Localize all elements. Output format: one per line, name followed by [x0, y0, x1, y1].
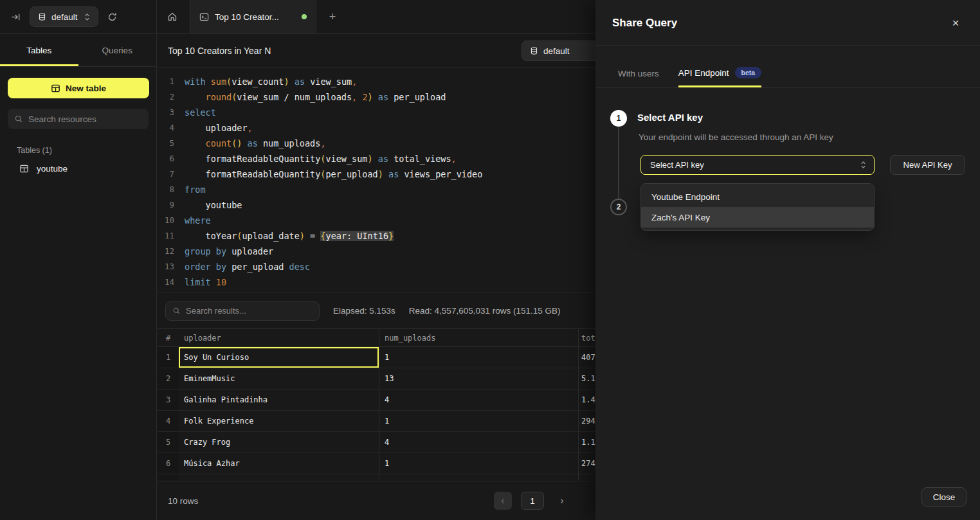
cell[interactable]: 407 [579, 347, 595, 368]
sql-editor[interactable]: 1with sum(view_count) as view_sum,2 roun… [158, 67, 595, 290]
cell[interactable]: EminemMusic [179, 368, 379, 389]
sidebar-table-youtube[interactable]: youtube [19, 164, 156, 174]
step-1-indicator: 1 [610, 110, 627, 127]
home-button[interactable] [163, 8, 181, 26]
search-icon [172, 307, 181, 315]
share-panel-title: Share Query [612, 17, 677, 30]
line-number: 9 [158, 197, 174, 213]
code-line: 2 round(view_sum / num_uploads, 2) as pe… [158, 89, 595, 105]
app-root: default Top 10 Creator.. [0, 0, 980, 520]
code-line: 1with sum(view_count) as view_sum, [158, 74, 595, 89]
code-line: 3select [158, 105, 595, 120]
query-tab[interactable]: Top 10 Creator... [190, 0, 316, 33]
api-key-option[interactable]: Zach's API Key [641, 207, 874, 228]
code-line: 11 toYear(upload_date) = {year: UInt16} [158, 228, 595, 244]
main-area: Top 10 Creators in Year N default 1with … [158, 34, 595, 520]
beta-badge: beta [735, 67, 762, 78]
table-grid-icon [51, 84, 60, 93]
cell[interactable]: 5.1 [579, 368, 595, 389]
column-header-uploader[interactable]: uploader [179, 329, 379, 346]
step-1-heading: Select API key [637, 112, 703, 123]
close-button[interactable]: Close [921, 487, 966, 507]
tab-with-users[interactable]: With users [618, 46, 659, 87]
table-row[interactable]: 1Soy Un Curioso1407 [158, 347, 595, 368]
cell[interactable]: 1 [379, 453, 579, 474]
cell[interactable]: Folk Experience [179, 411, 379, 431]
api-key-select[interactable]: Select API key [640, 155, 875, 175]
tabstrip: Top 10 Creator... + [157, 0, 595, 33]
new-table-label: New table [66, 84, 106, 93]
new-table-button[interactable]: New table [8, 78, 149, 98]
table-row[interactable]: 5Crazy Frog41.1 [158, 432, 595, 453]
cell[interactable]: 4 [379, 390, 579, 410]
table-header-row: # uploader num_uploads tot [158, 328, 595, 347]
code-line: 10where [158, 213, 595, 228]
query-database-value: default [543, 46, 570, 56]
results-search-input[interactable] [186, 306, 313, 316]
cell[interactable]: 13 [379, 368, 579, 389]
results-table: # uploader num_uploads tot 1Soy Un Curio… [158, 328, 595, 480]
code-line: 8from [158, 182, 595, 197]
chevron-left-icon: ‹ [501, 495, 504, 507]
table-name: youtube [37, 164, 68, 174]
search-icon [14, 114, 23, 123]
refresh-button[interactable] [104, 8, 122, 26]
cell[interactable]: 4 [379, 432, 579, 453]
new-api-key-button[interactable]: New API Key [890, 155, 965, 175]
share-query-panel: Share Query × With users API Endpoint be… [595, 0, 980, 520]
column-header-num-uploads[interactable]: num_uploads [379, 329, 579, 346]
cell[interactable]: 1 [379, 411, 579, 431]
cell[interactable]: Galinha Pintadinha [179, 390, 379, 410]
collapse-sidebar-button[interactable] [6, 8, 24, 26]
cell[interactable]: Soy Un Curioso [179, 347, 379, 368]
column-header-index: # [158, 329, 179, 346]
new-tab-button[interactable]: + [323, 8, 341, 26]
api-key-select-value: Select API key [650, 160, 704, 170]
query-database-selector[interactable]: default [522, 40, 605, 61]
api-key-option[interactable]: Youtube Endpoint [641, 186, 874, 207]
column-header-total-views[interactable]: tot [579, 329, 595, 346]
topbar: default Top 10 Creator.. [0, 0, 595, 34]
line-number: 14 [158, 274, 174, 290]
pagination: ‹ 1 › [494, 492, 571, 510]
cell[interactable]: 1 [379, 347, 579, 368]
sidebar-tab-queries[interactable]: Queries [78, 34, 157, 66]
row-number: 6 [158, 453, 179, 474]
row-number: 2 [158, 368, 179, 389]
close-icon[interactable]: × [948, 15, 963, 31]
code-line: 7 formatReadableQuantity(per_upload) as … [158, 166, 595, 182]
cell[interactable]: 1.1 [579, 432, 595, 453]
next-page-button[interactable]: › [553, 492, 571, 510]
prev-page-button[interactable]: ‹ [494, 492, 512, 510]
row-number [158, 474, 179, 480]
table-body: 1Soy Un Curioso14072EminemMusic135.13Gal… [158, 347, 595, 474]
share-tabs: With users API Endpoint beta [595, 46, 980, 88]
cell[interactable]: Música Azhar [179, 453, 379, 474]
row-number: 3 [158, 390, 179, 410]
cell[interactable]: 274 [579, 453, 595, 474]
line-number: 6 [158, 151, 174, 166]
page-number-button[interactable]: 1 [521, 492, 544, 510]
read-stat: Read: 4,557,605,031 rows (151.15 GB) [409, 306, 561, 316]
cell [179, 474, 379, 480]
table-row[interactable]: 2EminemMusic135.1 [158, 368, 595, 390]
sidebar-tab-tables[interactable]: Tables [0, 34, 78, 66]
tab-api-endpoint[interactable]: API Endpoint beta [678, 46, 761, 87]
cell[interactable]: Crazy Frog [179, 432, 379, 453]
table-row[interactable]: 3Galinha Pintadinha41.4 [158, 390, 595, 411]
query-tab-label: Top 10 Creator... [215, 12, 279, 22]
table-row[interactable]: 4Folk Experience1294 [158, 411, 595, 432]
table-row[interactable]: 6Música Azhar1274 [158, 453, 595, 474]
step-1-description: Your endpoint will be accessed through a… [639, 132, 833, 142]
cell[interactable]: 294 [579, 411, 595, 431]
api-key-dropdown: Youtube EndpointZach's API Key [640, 183, 875, 231]
tables-section-label: Tables (1) [17, 146, 156, 155]
results-search [165, 301, 320, 321]
database-icon [38, 12, 46, 21]
code-line: 12group by uploader [158, 244, 595, 259]
resource-search-input[interactable] [28, 114, 142, 124]
cell[interactable]: 1.4 [579, 390, 595, 410]
collapse-sidebar-icon [11, 12, 21, 22]
database-selector[interactable]: default [30, 6, 98, 27]
stepper-connector [618, 127, 619, 199]
